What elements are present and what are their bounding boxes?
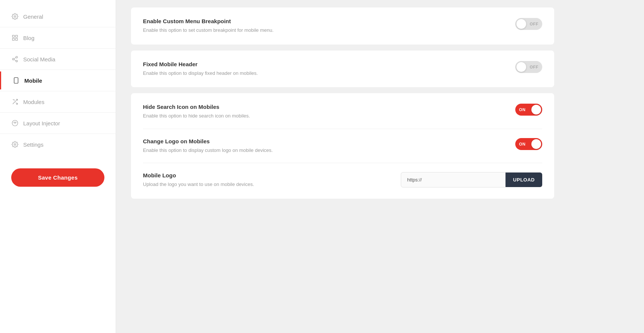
svg-rect-3 bbox=[12, 39, 14, 40]
toggle-knob bbox=[531, 139, 541, 149]
setting-card-fixed-mobile-header: Fixed Mobile Header Enable this option t… bbox=[131, 51, 554, 88]
setting-desc: Enable this option to display fixed head… bbox=[143, 70, 500, 77]
svg-point-0 bbox=[14, 16, 16, 18]
toggle-hide-search-icon[interactable]: ON bbox=[515, 104, 542, 116]
sidebar-item-layout-injector[interactable]: Layout Injector bbox=[0, 114, 116, 132]
svg-point-5 bbox=[16, 56, 18, 58]
svg-point-6 bbox=[12, 58, 14, 60]
svg-line-8 bbox=[14, 59, 16, 61]
layout-icon bbox=[11, 119, 19, 127]
setting-title: Fixed Mobile Header bbox=[143, 61, 500, 67]
svg-rect-2 bbox=[16, 35, 18, 37]
sidebar-item-social-media[interactable]: Social Media bbox=[0, 50, 116, 68]
setting-row: Fixed Mobile Header Enable this option t… bbox=[143, 61, 542, 77]
toggle-label: ON bbox=[519, 107, 526, 112]
setting-row: Enable Custom Menu Breakpoint Enable thi… bbox=[143, 18, 542, 34]
toggle-fixed-mobile-header[interactable]: OFF bbox=[515, 61, 542, 73]
right-panel bbox=[569, 0, 644, 333]
sidebar-item-label: Social Media bbox=[23, 56, 55, 62]
mobile-logo-control: UPLOAD bbox=[401, 172, 542, 187]
setting-info: Change Logo on Mobiles Enable this optio… bbox=[143, 138, 515, 154]
save-changes-button[interactable]: Save Changes bbox=[11, 168, 104, 187]
setting-title: Mobile Logo bbox=[143, 172, 386, 178]
toggle-label: ON bbox=[519, 142, 526, 146]
setting-info: Fixed Mobile Header Enable this option t… bbox=[143, 61, 515, 77]
main-content: Enable Custom Menu Breakpoint Enable thi… bbox=[116, 0, 569, 333]
sidebar-item-label: Modules bbox=[23, 99, 45, 105]
setting-info: Mobile Logo Upload the logo you want to … bbox=[143, 172, 401, 188]
svg-rect-4 bbox=[16, 39, 18, 40]
setting-desc: Enable this option to display custom log… bbox=[143, 147, 500, 154]
svg-line-13 bbox=[16, 103, 18, 104]
setting-card-custom-menu-breakpoint: Enable Custom Menu Breakpoint Enable thi… bbox=[131, 7, 554, 45]
gear-icon bbox=[11, 13, 19, 20]
sidebar-item-label: General bbox=[23, 13, 43, 20]
save-button-wrapper: Save Changes bbox=[0, 161, 116, 194]
setting-control: ON bbox=[515, 138, 542, 150]
setting-row-mobile-logo: Mobile Logo Upload the logo you want to … bbox=[143, 163, 542, 188]
svg-point-7 bbox=[16, 60, 18, 62]
toggle-knob bbox=[531, 105, 541, 114]
settings-icon bbox=[11, 141, 19, 148]
setting-row-change-logo: Change Logo on Mobiles Enable this optio… bbox=[143, 129, 542, 154]
svg-line-9 bbox=[14, 58, 16, 59]
setting-desc: Upload the logo you want to use on mobil… bbox=[143, 181, 386, 188]
setting-control: ON bbox=[515, 104, 542, 116]
setting-info: Hide Search Icon on Mobiles Enable this … bbox=[143, 104, 515, 120]
setting-title: Enable Custom Menu Breakpoint bbox=[143, 18, 500, 24]
sidebar-item-label: Blog bbox=[23, 35, 34, 41]
sidebar-item-mobile[interactable]: Mobile bbox=[0, 71, 116, 89]
setting-control: OFF bbox=[515, 18, 542, 30]
sidebar-item-general[interactable]: General bbox=[0, 7, 116, 25]
svg-rect-1 bbox=[12, 35, 14, 37]
svg-rect-10 bbox=[14, 78, 18, 83]
mobile-logo-url-input[interactable] bbox=[401, 172, 506, 187]
setting-card-mobile-options: Hide Search Icon on Mobiles Enable this … bbox=[131, 93, 554, 199]
setting-desc: Enable this option to set custom breakpo… bbox=[143, 27, 500, 34]
toggle-label: OFF bbox=[530, 65, 539, 69]
setting-row-hide-search: Hide Search Icon on Mobiles Enable this … bbox=[143, 104, 542, 120]
setting-title: Change Logo on Mobiles bbox=[143, 138, 500, 144]
sidebar-item-settings[interactable]: Settings bbox=[0, 135, 116, 153]
toggle-label: OFF bbox=[530, 22, 539, 26]
sidebar-item-label: Settings bbox=[23, 141, 43, 148]
sidebar-item-label: Mobile bbox=[24, 77, 42, 84]
grid-icon bbox=[11, 34, 19, 42]
sidebar-item-blog[interactable]: Blog bbox=[0, 29, 116, 47]
toggle-knob bbox=[516, 19, 526, 29]
sidebar-item-label: Layout Injector bbox=[23, 120, 60, 126]
share-icon bbox=[11, 55, 19, 63]
sidebar-item-modules[interactable]: Modules bbox=[0, 93, 116, 111]
modules-icon bbox=[11, 98, 19, 106]
svg-point-15 bbox=[14, 144, 16, 146]
setting-desc: Enable this option to hide search icon o… bbox=[143, 112, 500, 120]
setting-control: OFF bbox=[515, 61, 542, 73]
setting-title: Hide Search Icon on Mobiles bbox=[143, 104, 500, 110]
upload-button[interactable]: UPLOAD bbox=[506, 172, 542, 187]
sidebar: General Blog Social Media Mobile Modules bbox=[0, 0, 116, 333]
url-upload-row: UPLOAD bbox=[401, 172, 542, 187]
mobile-icon bbox=[12, 77, 20, 84]
toggle-change-logo[interactable]: ON bbox=[515, 138, 542, 150]
toggle-knob bbox=[516, 62, 526, 72]
setting-info: Enable Custom Menu Breakpoint Enable thi… bbox=[143, 18, 515, 34]
toggle-custom-menu-breakpoint[interactable]: OFF bbox=[515, 18, 542, 30]
